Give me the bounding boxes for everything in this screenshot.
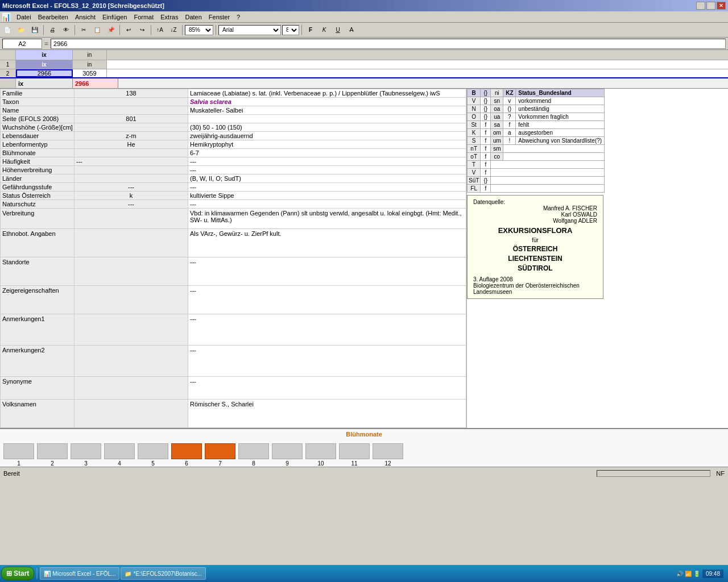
preview-button[interactable]: 👁	[60, 24, 72, 36]
kz-empty-row-sut	[491, 177, 605, 185]
data-section: Familie 138 Lamiaceae (Labiatae) s. lat.…	[0, 89, 466, 428]
strikethrough-button[interactable]: A	[345, 24, 358, 36]
sort-desc-button[interactable]: ↓Z	[167, 24, 180, 36]
print-button[interactable]: 🖨	[46, 24, 59, 36]
bold-button[interactable]: F	[304, 24, 317, 36]
formula-input[interactable]	[51, 39, 726, 49]
val-natur-code: ---	[75, 200, 188, 209]
sort-asc-button[interactable]: ↑A	[154, 24, 166, 36]
menu-help[interactable]: ?	[233, 13, 243, 22]
val-syn: ---	[188, 377, 466, 400]
row-seite: Seite (EFOLS 2008) 801	[1, 115, 466, 123]
title-text: Microsoft Excel - EFOLS3_12_2010 [Schrei…	[2, 2, 164, 9]
val-volk: Römischer S., Scharlei	[188, 400, 466, 428]
val-lebform: Hemikryptophyt	[188, 140, 466, 149]
menu-format[interactable]: Format	[130, 13, 157, 22]
toolbar-sep-2	[75, 25, 75, 35]
val-hauf: ---	[188, 157, 466, 166]
row-syn: Synonyme ---	[1, 377, 466, 400]
lbl-leben: Lebensdauer	[1, 132, 75, 140]
kz-legend-quest: ?	[503, 113, 516, 121]
cut-button[interactable]: ✂	[77, 24, 90, 36]
paste-button[interactable]: 📌	[105, 24, 117, 36]
menu-bar: 📊 Datei Bearbeiten Ansicht Einfügen Form…	[0, 11, 728, 23]
data-table: Familie 138 Lamiaceae (Labiatae) s. lat.…	[0, 89, 466, 428]
bluh-num-2: 2	[36, 460, 69, 467]
row-gefah: Gefährdungsstufe --- ---	[1, 183, 466, 192]
row-2: 2 2966 3059	[0, 69, 728, 78]
bluh-month-7	[204, 443, 237, 459]
cell-reference-input[interactable]	[2, 39, 42, 49]
underline-button[interactable]: U	[332, 24, 344, 36]
row-volk: Volksnamen Römischer S., Scharlei	[1, 400, 466, 428]
val-familie: Lamiaceae (Labiatae) s. lat. (inkl. Verb…	[188, 89, 466, 98]
lbl-seite: Seite (EFOLS 2008)	[1, 115, 75, 123]
display-row-num	[0, 78, 16, 88]
new-button[interactable]: 📄	[1, 24, 14, 36]
kz-legend-f: f	[503, 121, 516, 129]
taskbar-botanist-label: *E:\EFOLS2007\Botanisc...	[133, 571, 202, 577]
taskbar-excel-window[interactable]: 📊 Microsoft Excel - EFÖL...	[40, 567, 119, 580]
open-button[interactable]: 📁	[15, 24, 27, 36]
italic-button[interactable]: K	[318, 24, 330, 36]
kz-val-fl: f	[481, 185, 491, 193]
bluh-num-12: 12	[371, 460, 404, 467]
menu-ansicht[interactable]: Ansicht	[72, 13, 99, 22]
minimize-button[interactable]: _	[696, 2, 705, 10]
cell-a1[interactable]: ix	[16, 60, 73, 69]
menu-bearbeiten[interactable]: Bearbeiten	[35, 13, 72, 22]
kz-val-ot: f	[481, 153, 491, 161]
save-button[interactable]: 💾	[28, 24, 41, 36]
menu-daten[interactable]: Daten	[181, 13, 205, 22]
kz-val-t: f	[481, 161, 491, 169]
row-anm1: Anmerkungen1 ---	[1, 314, 466, 346]
scroll-bar[interactable]	[597, 470, 710, 477]
kz-code-um: um	[491, 137, 503, 145]
val-seite: 801	[75, 115, 188, 123]
cell-b1[interactable]: in	[73, 60, 107, 69]
menu-extras[interactable]: Extras	[157, 13, 181, 22]
kz-code-ni: ni	[491, 89, 503, 97]
taskbar-botanist-window[interactable]: 📁 *E:\EFOLS2007\Botanisc...	[121, 567, 206, 580]
col-rest-header	[107, 50, 728, 60]
fontsize-select[interactable]: 8	[282, 25, 299, 35]
col-a-header[interactable]: ix	[16, 50, 73, 60]
display-rest	[118, 78, 728, 88]
lbl-wuchs: Wuchshöhe (-Größe)[cm]	[1, 123, 75, 132]
val-volk-empty	[75, 400, 188, 428]
menu-einfugen[interactable]: Einfügen	[99, 13, 130, 22]
font-select[interactable]: Arial	[218, 25, 281, 35]
val-hauf-code: ---	[75, 157, 188, 166]
cell-b2[interactable]: 3059	[73, 69, 107, 77]
bluh-bar-2	[37, 443, 68, 459]
display-ix-label: ix	[16, 78, 73, 88]
val-stand-empty	[75, 257, 188, 286]
menu-fenster[interactable]: Fenster	[205, 13, 233, 22]
row-verbr: Verbreitung Vbd: in klimawarmen Gegenden…	[1, 209, 466, 229]
copy-button[interactable]: 📋	[91, 24, 104, 36]
zoom-select[interactable]: 85%	[185, 25, 213, 35]
book-country3: SÜDTIROL	[473, 264, 597, 273]
kz-code-ot: oT	[468, 153, 481, 161]
toolbar-sep-6	[216, 25, 216, 35]
val-anm2-empty	[75, 346, 188, 377]
excel-icon: 📊	[1, 13, 11, 22]
kz-header-row: B {} ni KZ Status_Bundesland	[468, 89, 605, 97]
kz-row-ot: oT f co	[468, 153, 605, 161]
close-button[interactable]: ✕	[717, 2, 726, 10]
display-ix-value[interactable]: 2966	[73, 78, 118, 88]
kz-val-k: f	[481, 129, 491, 137]
menu-datei[interactable]: Datei	[13, 13, 35, 22]
maximize-button[interactable]: □	[706, 2, 715, 10]
col-b-header[interactable]: in	[73, 50, 107, 60]
row-land: Länder (B, W, II, O; SudT)	[1, 174, 466, 183]
kz-row-v: V {} sn v vorkommend	[468, 97, 605, 105]
cell-a2-selected[interactable]: 2966	[16, 69, 73, 77]
title-bar-buttons[interactable]: _ □ ✕	[696, 2, 726, 10]
start-button[interactable]: ⊞ Start	[1, 567, 34, 580]
kz-row-k: K f om a ausgestorben	[468, 129, 605, 137]
redo-button[interactable]: ↪	[136, 24, 148, 36]
undo-button[interactable]: ↩	[122, 24, 135, 36]
val-lebform-code: He	[75, 140, 188, 149]
bluh-bars-container	[2, 439, 726, 459]
